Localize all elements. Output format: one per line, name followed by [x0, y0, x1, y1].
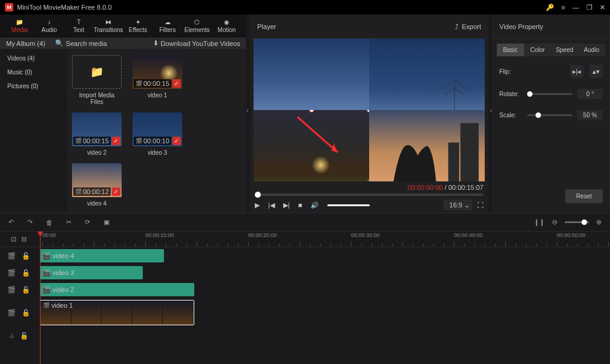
media-pane: 📁Media ♪Audio TText ⧓Transitions ✦Effect… [0, 15, 246, 213]
prop-tab-audio[interactable]: Audio [578, 44, 605, 56]
svg-rect-3 [448, 143, 459, 181]
rotate-value[interactable]: 0 ° [577, 89, 603, 99]
search-media[interactable]: 🔍 Search media [55, 39, 107, 47]
redo-icon[interactable]: ↷ [27, 218, 33, 226]
rotate-slider[interactable] [527, 93, 572, 95]
track-lock-icon[interactable]: 🔓 [22, 252, 30, 260]
prev-frame-button[interactable]: |◀ [268, 201, 275, 209]
track-video-icon[interactable]: 🎬 [7, 309, 16, 317]
timeline: ↶ ↷ 🗑 ✂ ⟳ ▣ ❙❙ ⊖ ⊕ ⊡⊟ 🎬🔓 🎬🔓 🎬🔓 🎬🔓 ♫🔓 00:… [0, 213, 610, 364]
track-video-icon[interactable]: 🎬 [7, 269, 16, 277]
album-name[interactable]: My Album (4) [6, 40, 45, 47]
app-logo: M [5, 3, 13, 11]
maximize-icon[interactable]: ❐ [586, 4, 592, 11]
collapse-icon[interactable]: ⊟ [21, 235, 27, 243]
album-bar: My Album (4) 🔍 Search media ⬇ Download Y… [0, 37, 246, 49]
preview-cell-3[interactable] [254, 110, 369, 181]
media-category-list: Videos (4) Music (0) Pictures (0) [0, 49, 67, 213]
menu-icon[interactable]: ≡ [562, 4, 565, 11]
track-lock-icon[interactable]: 🔓 [22, 269, 30, 277]
media-tile-video4[interactable]: 🎬 00:00:12✓ video 4 [72, 163, 122, 207]
property-tabs: Basic Color Speed Audio [497, 44, 605, 56]
timeline-tracks[interactable]: 00:0000:00:10:0000:00:20:0000:00:30:0000… [38, 232, 610, 364]
fit-icon[interactable]: ⊡ [11, 235, 16, 243]
tab-text[interactable]: TText [64, 15, 94, 37]
tab-media[interactable]: 📁Media [5, 15, 34, 37]
prop-tab-basic[interactable]: Basic [497, 44, 524, 56]
playback-progress[interactable] [255, 193, 484, 196]
key-icon[interactable]: 🔑 [546, 4, 554, 11]
track-lock-icon[interactable]: 🔓 [22, 309, 30, 317]
minimize-icon[interactable]: — [572, 4, 579, 11]
track-audio-icon[interactable]: ♫ [9, 332, 14, 339]
tab-elements[interactable]: ⬡Elements [182, 15, 212, 37]
delete-icon[interactable]: 🗑 [46, 219, 53, 226]
tab-motion[interactable]: ◉Motion [212, 15, 241, 37]
tab-transitions[interactable]: ⧓Transitions [94, 15, 123, 37]
sidebar-item-music[interactable]: Music (0) [0, 65, 67, 79]
timeline-ruler[interactable]: 00:0000:00:10:0000:00:20:0000:00:30:0000… [38, 232, 610, 247]
volume-icon[interactable]: 🔊 [310, 201, 319, 209]
preview-prev-icon[interactable]: ‹ [246, 106, 484, 114]
zoom-out-icon[interactable]: ⊖ [552, 218, 557, 226]
snap-icon[interactable]: ❙❙ [534, 218, 545, 226]
playhead[interactable] [40, 232, 41, 364]
track-lock-icon[interactable]: 🔓 [20, 332, 28, 340]
stop-button[interactable]: ■ [298, 201, 303, 209]
close-icon[interactable]: ✕ [600, 4, 605, 11]
export-button[interactable]: ⤴Export [455, 23, 481, 30]
undo-icon[interactable]: ↶ [8, 218, 14, 226]
media-tile-video3[interactable]: 🎬 00:00:10✓ video 3 [133, 112, 182, 156]
next-frame-button[interactable]: ▶| [283, 201, 290, 209]
time-display: 00:00:00:00 / 00:00:15:07 [408, 184, 484, 191]
titlebar: M MiniTool MovieMaker Free 8.0.0 🔑 ≡ — ❐… [0, 0, 610, 15]
reset-button[interactable]: Reset [565, 189, 603, 203]
annotation-arrow [286, 112, 352, 160]
scale-slider[interactable] [527, 114, 572, 116]
track-headers: ⊡⊟ 🎬🔓 🎬🔓 🎬🔓 🎬🔓 ♫🔓 [0, 232, 38, 364]
clip-video1[interactable]: 🎬 video 1 [40, 300, 194, 325]
clip-video3[interactable]: 🎬 video 3 [40, 266, 143, 279]
tab-filters[interactable]: ☁Filters [152, 15, 182, 37]
clip-video2[interactable]: 🎬 video 2 [40, 283, 194, 296]
track-video-icon[interactable]: 🎬 [7, 286, 16, 294]
preview-next-icon[interactable]: › [490, 106, 492, 114]
sidebar-item-videos[interactable]: Videos (4) [0, 51, 67, 65]
fullscreen-icon[interactable]: ⛶ [477, 201, 484, 209]
property-pane: Video Property Basic Color Speed Audio F… [492, 15, 610, 213]
rotate-label: Rotate: [499, 91, 522, 97]
volume-slider[interactable] [327, 204, 370, 206]
media-grid: 📁 Import Media Files 🎬 00:00:15✓ video 1… [67, 49, 246, 213]
preview-canvas[interactable]: ‹ › [254, 39, 485, 181]
cut-icon[interactable]: ✂ [66, 218, 71, 226]
aspect-ratio-select[interactable]: 16:9⌄ [444, 200, 472, 210]
tab-audio[interactable]: ♪Audio [34, 15, 64, 37]
track-lock-icon[interactable]: 🔓 [22, 286, 30, 294]
media-tile-video1[interactable]: 🎬 00:00:15✓ video 1 [133, 55, 182, 105]
prop-tab-speed[interactable]: Speed [551, 44, 579, 56]
preview-cell-4[interactable] [369, 110, 485, 181]
flip-horizontal-button[interactable]: ▸|◂ [570, 65, 583, 78]
import-media-tile[interactable]: 📁 Import Media Files [72, 55, 122, 105]
scale-label: Scale: [499, 112, 522, 119]
zoom-slider[interactable] [565, 221, 589, 223]
crop-icon[interactable]: ▣ [103, 218, 110, 226]
download-youtube[interactable]: ⬇ Download YouTube Videos [153, 39, 241, 47]
svg-rect-2 [461, 123, 479, 181]
scale-value[interactable]: 50 % [577, 110, 603, 120]
sidebar-item-pictures[interactable]: Pictures (0) [0, 79, 67, 93]
tab-effects[interactable]: ✦Effects [123, 15, 153, 37]
speed-icon[interactable]: ⟳ [85, 218, 90, 226]
clip-video4[interactable]: 🎬 video 4 [40, 249, 164, 262]
zoom-in-icon[interactable]: ⊕ [596, 218, 602, 226]
preview-cell-2[interactable] [369, 39, 485, 110]
flip-label: Flip: [499, 68, 522, 75]
prop-tab-color[interactable]: Color [524, 44, 551, 56]
play-button[interactable]: ▶ [255, 201, 260, 209]
main-tabbar: 📁Media ♪Audio TText ⧓Transitions ✦Effect… [0, 15, 246, 37]
track-video-icon[interactable]: 🎬 [7, 252, 16, 260]
flip-vertical-button[interactable]: ▴▾ [589, 65, 603, 78]
svg-line-0 [291, 117, 344, 152]
preview-cell-1[interactable] [254, 39, 369, 110]
media-tile-video2[interactable]: 🎬 00:00:15✓ video 2 [72, 112, 122, 156]
